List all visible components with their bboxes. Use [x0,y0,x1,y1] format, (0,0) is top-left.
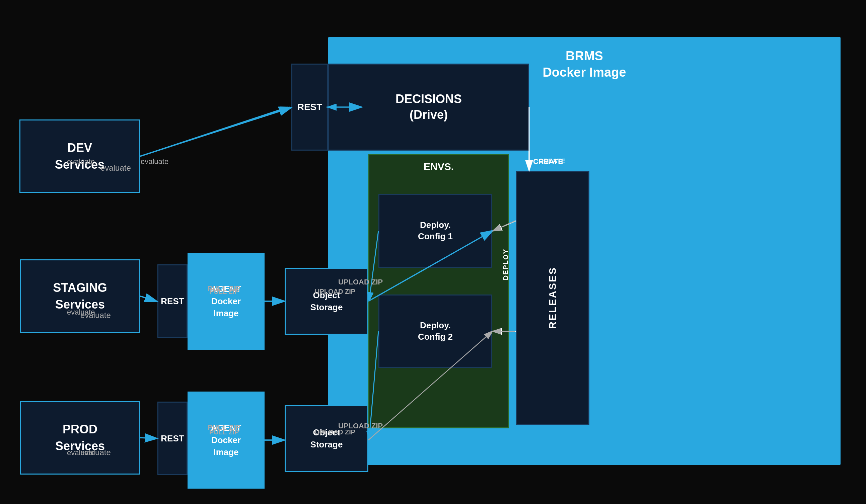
releases-box: RELEASES [516,171,589,425]
deploy-label: DEPLOY [496,234,516,295]
evaluate-staging-label: evaluate [67,308,95,317]
svg-text:evaluate: evaluate [141,157,168,166]
evaluate-dev-label: evaluate [67,157,95,166]
object-storage-prod-box: Object Storage [285,405,368,472]
rest-staging-box: REST [157,264,188,338]
rest-prod-box: REST [157,402,188,475]
svg-line-4 [140,107,290,156]
prod-services-box: PROD Services [20,401,140,474]
diagram-container: BRMS Docker Image DECISIONS (Drive) REST… [0,0,866,504]
dev-services-box: DEV Services [20,119,140,193]
agent-prod-box: AGENT Docker Image [188,391,265,489]
create-label: CREATE [539,157,566,165]
decisions-box: DECISIONS (Drive) [328,64,529,151]
object-storage-staging-box: Object Storage [285,268,368,335]
deploy-config-2-box: Deploy. Config 2 [378,295,492,368]
deploy-config-1-box: Deploy. Config 1 [378,194,492,268]
agent-staging-box: AGENT Docker Image [188,253,265,350]
rest-dev-box: REST [291,64,328,151]
evaluate-prod-label: evaluate [67,448,95,457]
upload-zip-prod-label: UPLOAD ZIP [315,428,355,436]
pull-zip-prod-label: PULL ZIP [209,428,239,436]
staging-services-box: STAGING Services [20,259,140,333]
pull-zip-staging-label: PULL ZIP [209,288,239,296]
upload-zip-staging-label: UPLOAD ZIP [315,288,355,296]
